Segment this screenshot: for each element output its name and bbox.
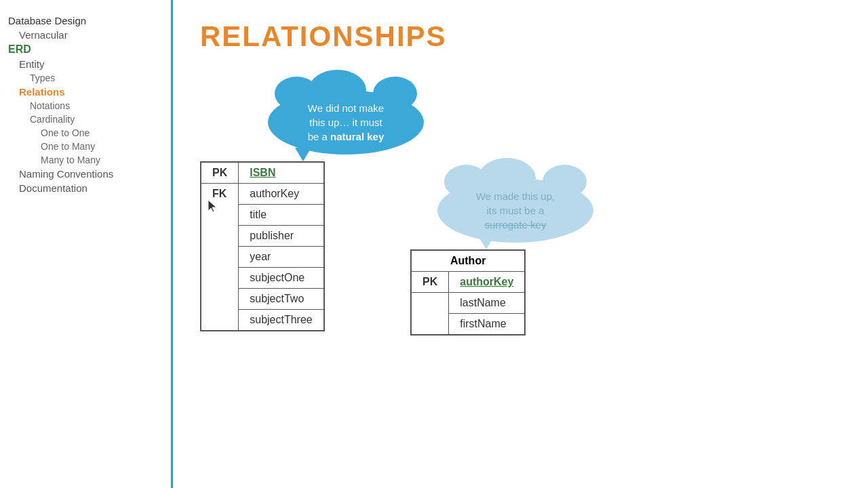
sidebar-item-one-to-one[interactable]: One to One <box>8 126 171 140</box>
page-title: RELATIONSHIPS <box>200 20 841 53</box>
book-subject-three: subjectThree <box>239 310 324 331</box>
book-year: year <box>239 247 324 268</box>
author-pk-label: PK <box>411 272 449 293</box>
book-fk-row: FK authorKey <box>201 184 324 205</box>
author-title-row: Author <box>411 250 525 272</box>
author-firstname: firstName <box>449 314 526 336</box>
author-pk-value: authorKey <box>449 272 526 293</box>
book-subject-one: subjectOne <box>239 268 324 289</box>
author-lastname: lastName <box>449 293 526 314</box>
book-subject-two: subjectTwo <box>239 289 324 310</box>
sidebar-item-entity[interactable]: Entity <box>8 57 171 71</box>
book-table: PK ISBN FK authorKey title publisher yea <box>200 161 325 331</box>
sidebar-item-notations[interactable]: Notations <box>8 99 171 113</box>
sidebar: Database Design Vernacular ERD Entity Ty… <box>0 0 173 488</box>
book-publisher: publisher <box>239 226 324 247</box>
sidebar-item-database-design[interactable]: Database Design <box>8 14 171 28</box>
book-pk-row: PK ISBN <box>201 162 324 184</box>
sidebar-item-documentation[interactable]: Documentation <box>8 181 171 195</box>
author-table: Author PK authorKey lastName firstName <box>410 249 526 336</box>
sidebar-item-vernacular[interactable]: Vernacular <box>8 28 171 42</box>
book-pk-label: PK <box>201 162 239 184</box>
cursor-icon <box>207 199 219 216</box>
main-content: RELATIONSHIPS We did not makethis up… it… <box>173 0 868 488</box>
sidebar-item-naming-conventions[interactable]: Naming Conventions <box>8 167 171 181</box>
author-table-wrapper: We made this up,its must be asurrogate k… <box>410 161 566 336</box>
author-pk-row: PK authorKey <box>411 272 525 293</box>
book-isbn: ISBN <box>239 162 324 184</box>
book-fk-value: authorKey <box>239 184 324 205</box>
sidebar-item-cardinality[interactable]: Cardinality <box>8 113 171 126</box>
author-empty-label <box>411 293 449 336</box>
sidebar-item-one-to-many[interactable]: One to Many <box>8 140 171 153</box>
author-table-title: Author <box>411 250 525 272</box>
book-table-wrapper: We did not makethis up… it mustbe a natu… <box>200 73 356 331</box>
sidebar-item-types[interactable]: Types <box>8 71 171 85</box>
sidebar-item-many-to-many[interactable]: Many to Many <box>8 153 171 167</box>
sidebar-item-relations[interactable]: Relations <box>8 85 171 99</box>
sidebar-item-erd[interactable]: ERD <box>8 42 171 57</box>
author-fields-row: lastName <box>411 293 525 314</box>
tables-area: We did not makethis up… it mustbe a natu… <box>200 73 841 336</box>
cloud-surrogate-text: We made this up,its must be asurrogate k… <box>476 189 555 232</box>
book-title: title <box>239 205 324 226</box>
cloud-surrogate-key: We made this up,its must be asurrogate k… <box>437 178 593 243</box>
cloud-natural-key: We did not makethis up… it mustbe a natu… <box>268 90 424 155</box>
cloud-natural-text: We did not makethis up… it mustbe a natu… <box>308 101 384 144</box>
